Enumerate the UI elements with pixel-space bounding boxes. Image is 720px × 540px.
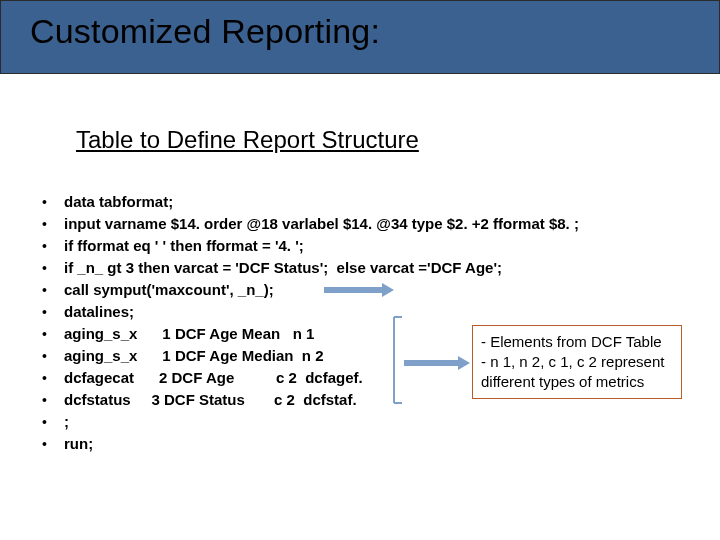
arrow-icon bbox=[324, 283, 394, 297]
code-text: aging_s_x 1 DCF Age Median n 2 bbox=[64, 346, 324, 366]
bullet-icon: • bbox=[38, 434, 64, 454]
arrow-icon bbox=[404, 356, 470, 370]
bullet-icon: • bbox=[38, 236, 64, 256]
annotation-line: different types of metrics bbox=[481, 372, 673, 392]
bullet-icon: • bbox=[38, 412, 64, 432]
code-text: if _n_ gt 3 then varcat = 'DCF Status'; … bbox=[64, 258, 502, 278]
annotation-box: - Elements from DCF Table - n 1, n 2, c … bbox=[472, 325, 682, 399]
bullet-icon: • bbox=[38, 390, 64, 410]
bullet-icon: • bbox=[38, 346, 64, 366]
annotation-line: - Elements from DCF Table bbox=[481, 332, 673, 352]
code-text: dcfstatus 3 DCF Status c 2 dcfstaf. bbox=[64, 390, 357, 410]
slide-subtitle: Table to Define Report Structure bbox=[76, 126, 419, 154]
code-line: • aging_s_x 1 DCF Age Median n 2 bbox=[38, 346, 438, 366]
bullet-icon: • bbox=[38, 258, 64, 278]
svg-rect-2 bbox=[404, 360, 458, 366]
annotation-line: - n 1, n 2, c 1, c 2 represent bbox=[481, 352, 673, 372]
bullet-icon: • bbox=[38, 302, 64, 322]
code-text: if fformat eq ' ' then fformat = '4. '; bbox=[64, 236, 304, 256]
code-text: call symput('maxcount', _n_); bbox=[64, 280, 274, 300]
code-text: datalines; bbox=[64, 302, 134, 322]
slide-title: Customized Reporting: bbox=[30, 12, 380, 51]
slide: Customized Reporting: Table to Define Re… bbox=[0, 0, 720, 540]
code-text: input varname $14. order @18 varlabel $1… bbox=[64, 214, 579, 234]
code-line: • data tabformat; bbox=[38, 192, 438, 212]
bullet-icon: • bbox=[38, 324, 64, 344]
code-text: data tabformat; bbox=[64, 192, 173, 212]
bullet-icon: • bbox=[38, 280, 64, 300]
code-line: • ; bbox=[38, 412, 438, 432]
code-line: • if fformat eq ' ' then fformat = '4. '… bbox=[38, 236, 438, 256]
code-text: dcfagecat 2 DCF Age c 2 dcfagef. bbox=[64, 368, 363, 388]
bullet-icon: • bbox=[38, 192, 64, 212]
code-block: • data tabformat; • input varname $14. o… bbox=[38, 192, 438, 456]
code-text: aging_s_x 1 DCF Age Mean n 1 bbox=[64, 324, 314, 344]
svg-marker-1 bbox=[382, 283, 394, 297]
bullet-icon: • bbox=[38, 214, 64, 234]
code-line: • input varname $14. order @18 varlabel … bbox=[38, 214, 438, 234]
code-line: • datalines; bbox=[38, 302, 438, 322]
svg-marker-3 bbox=[458, 356, 470, 370]
code-line: • if _n_ gt 3 then varcat = 'DCF Status'… bbox=[38, 258, 438, 278]
code-line: • run; bbox=[38, 434, 438, 454]
svg-rect-0 bbox=[324, 287, 382, 293]
code-text: run; bbox=[64, 434, 93, 454]
bullet-icon: • bbox=[38, 368, 64, 388]
code-text: ; bbox=[64, 412, 69, 432]
code-line: • aging_s_x 1 DCF Age Mean n 1 bbox=[38, 324, 438, 344]
code-line: • dcfagecat 2 DCF Age c 2 dcfagef. bbox=[38, 368, 438, 388]
code-line: • dcfstatus 3 DCF Status c 2 dcfstaf. bbox=[38, 390, 438, 410]
